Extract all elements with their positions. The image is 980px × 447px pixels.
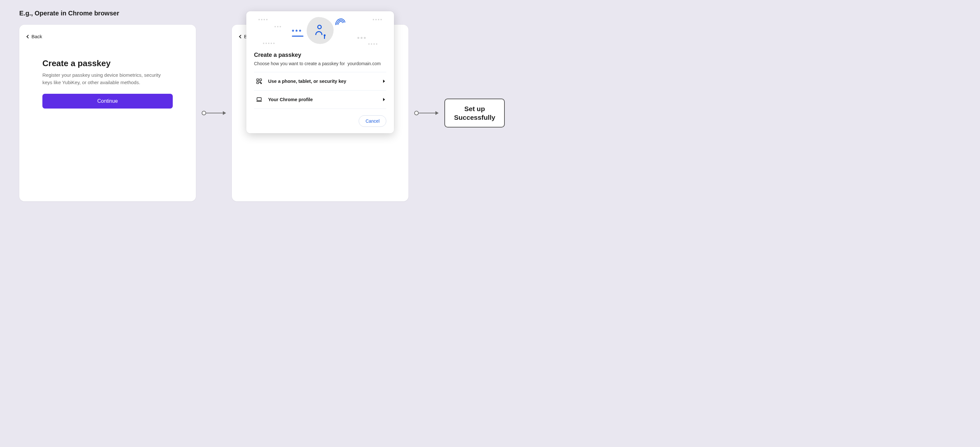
- dialog-illustration: ***: [254, 11, 386, 50]
- success-box: Set up Successfully: [444, 99, 505, 128]
- dialog-actions: Cancel: [254, 109, 386, 127]
- laptop-icon: [255, 96, 263, 103]
- svg-rect-5: [257, 98, 261, 100]
- svg-rect-3: [260, 82, 261, 83]
- option-label: Your Chrome profile: [268, 97, 378, 102]
- chevron-right-icon: [383, 98, 385, 101]
- continue-button[interactable]: Continue: [42, 94, 173, 108]
- option-phone-tablet-key[interactable]: Use a phone, tablet, or security key: [254, 72, 386, 91]
- flow-arrow-icon: [414, 111, 439, 115]
- dialog-subtitle-text: Choose how you want to create a passkey …: [254, 61, 345, 66]
- example-caption: E.g., Operate in Chrome browser: [19, 10, 961, 17]
- flow-row: Back Create a passkey Register your pass…: [19, 25, 961, 201]
- success-line1: Set up: [454, 104, 495, 113]
- cancel-button[interactable]: Cancel: [359, 115, 386, 127]
- password-stars-icon: ***: [292, 29, 302, 35]
- chevron-right-icon: [383, 80, 385, 83]
- passkey-illustration-icon: ***: [307, 17, 334, 44]
- step1-description: Register your passkey using device biome…: [42, 72, 171, 86]
- option-label: Use a phone, tablet, or security key: [268, 79, 378, 84]
- back-label: Back: [32, 34, 42, 39]
- step1-body: Create a passkey Register your passkey u…: [27, 39, 188, 108]
- option-list: Use a phone, tablet, or security key You…: [254, 72, 386, 109]
- step2-stage: B ***: [232, 25, 409, 201]
- step1-card: Back Create a passkey Register your pass…: [19, 25, 196, 201]
- qr-device-icon: [255, 78, 263, 84]
- dialog-subtitle: Choose how you want to create a passkey …: [254, 61, 386, 66]
- option-chrome-profile[interactable]: Your Chrome profile: [254, 91, 386, 109]
- svg-rect-0: [257, 79, 259, 81]
- step1-title: Create a passkey: [42, 59, 173, 68]
- fingerprint-icon: [336, 18, 345, 29]
- chevron-left-icon: [239, 35, 242, 38]
- chevron-left-icon: [26, 35, 30, 38]
- dialog-domain: yourdomain.com: [347, 61, 381, 66]
- back-button[interactable]: Back: [27, 34, 188, 39]
- success-line2: Successfully: [454, 113, 495, 122]
- passkey-dialog: *** Create a passkey Choose how you want…: [246, 11, 394, 133]
- svg-rect-2: [257, 82, 259, 84]
- svg-rect-4: [261, 83, 262, 84]
- user-key-icon: [315, 25, 325, 36]
- flow-arrow-icon: [202, 111, 226, 115]
- svg-rect-1: [260, 79, 262, 81]
- dialog-title: Create a passkey: [254, 52, 386, 59]
